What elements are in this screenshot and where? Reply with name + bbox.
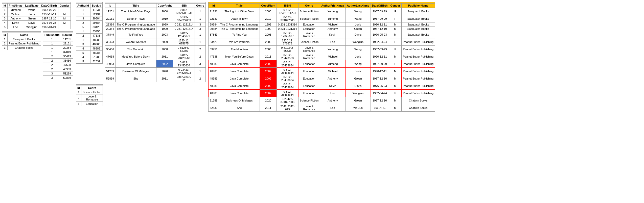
table-cell: 48983 <box>208 75 219 82</box>
table-cell: 1990-12-11 <box>371 68 389 75</box>
table-cell: 11231 <box>61 37 73 41</box>
table-cell: 3 <box>195 27 206 31</box>
table-cell: 1999 <box>156 22 173 27</box>
col-header: AuthorId <box>76 4 90 8</box>
table-cell: Yumeng <box>320 46 346 53</box>
table-cell: 2019 <box>156 15 173 22</box>
table-cell: Wongjun <box>346 38 371 46</box>
table-cell: 11231 <box>208 8 219 15</box>
table-cell: 33456 <box>90 29 102 34</box>
col-header: Genre <box>195 4 206 8</box>
table-cell: Kevin <box>320 31 346 38</box>
table-cell: 2 <box>43 67 61 71</box>
table-cell: Green <box>346 27 371 31</box>
table-cell: 2 <box>195 75 206 82</box>
books-middle-container: IdTitileCopyRightISBNGenre 11231The Ligh… <box>105 2 206 82</box>
table-cell: She <box>219 104 260 112</box>
table-cell: 48983 <box>208 90 219 97</box>
table-cell: 0-123- 374827603 <box>277 15 298 22</box>
table-cell: 29384 <box>61 46 73 50</box>
table-cell: Love & Romance <box>298 53 320 60</box>
table-cell: 1999 <box>156 27 173 31</box>
author-book-map-table: AuthorIdBookId 1112311221313293842293845… <box>76 2 103 64</box>
table-cell: Joris <box>346 53 371 60</box>
table-cell: 37849 <box>208 31 219 38</box>
table-cell: 2020 <box>156 68 173 75</box>
table-cell: Yumeng <box>320 60 346 68</box>
table-cell: 5 <box>76 59 90 64</box>
table-cell: Joris <box>346 22 371 27</box>
table-cell: Joris <box>346 68 371 75</box>
table-cell: 48983 <box>90 42 102 46</box>
table-cell: Lee <box>320 38 346 46</box>
table-cell: 1 <box>43 46 61 50</box>
col-header: Gender <box>389 4 402 8</box>
table-cell: 2011 <box>260 104 277 112</box>
table-cell: Lee <box>320 90 346 97</box>
table-cell: 1987-12-10 <box>371 97 389 104</box>
table-cell: 2011 <box>260 53 277 60</box>
table-cell: Java Complete <box>115 60 156 68</box>
table-cell: Science Fiction <box>81 90 103 94</box>
publisher-book-map-container: PublisherIdBookId 1112311221311293841378… <box>43 31 73 80</box>
table-cell: M <box>58 21 71 25</box>
table-cell: 0-812- 23423563 <box>173 53 195 60</box>
table-cell: Wang <box>346 46 371 53</box>
table-cell: 47638 <box>61 63 73 67</box>
col-header: Name <box>7 33 41 37</box>
table-cell: 1987-12-10 <box>371 27 389 31</box>
table-cell: The C Programming Language <box>115 22 156 27</box>
col-header: AuthorFristNmae <box>320 4 346 8</box>
table-cell: 22131 <box>105 15 116 22</box>
table-cell: 0-123- 374827603 <box>173 15 195 22</box>
table-cell: Education <box>298 22 320 27</box>
table-cell: 1 <box>76 12 90 16</box>
table-cell: F <box>58 25 71 29</box>
table-cell: 3 <box>195 60 206 68</box>
table-cell: 1962-04-24 <box>371 38 389 46</box>
table-cell: 0-812- 23453634 <box>173 60 195 68</box>
table-cell: Yumeng <box>320 8 346 15</box>
table-cell: Java Complete <box>219 90 260 97</box>
col-header: Id <box>2 4 8 8</box>
table-cell: 2 <box>76 34 90 38</box>
table-cell: 2000 <box>260 8 277 15</box>
publishers-table: IdName 1Sasquatch Books2Peanut Butter Pu… <box>2 31 41 50</box>
table-cell: Science Fiction <box>298 15 320 22</box>
table-cell: The Mountain <box>219 46 260 53</box>
table-cell: 2008 <box>260 46 277 53</box>
table-cell: Wang <box>346 8 371 15</box>
table-cell: Java Complete <box>219 75 260 82</box>
table-cell: 33423 <box>61 54 73 59</box>
table-cell: Peanut Butter Publishing <box>402 46 435 53</box>
table-cell: 2009 <box>260 38 277 46</box>
col-header: Genre <box>81 86 103 90</box>
col-header: ISBN <box>173 4 195 8</box>
genre-table-container: IdGenre 1Science Fiction2Love & Romance3… <box>76 84 103 106</box>
table-cell: Java Complete <box>219 82 260 90</box>
table-cell: Sasquatch Books <box>7 37 41 41</box>
table-cell: 0-812- 23453634 <box>277 75 298 82</box>
table-cell: 2002 <box>156 60 173 68</box>
table-cell: 29384 <box>90 16 102 21</box>
table-cell: 1 <box>76 8 90 12</box>
table-cell: M <box>389 82 402 90</box>
table-cell: 51289 <box>208 97 219 104</box>
table-cell: Green <box>346 97 371 104</box>
table-cell: We Are Warriors <box>115 38 156 46</box>
table-cell: Peanut Butter Publishing <box>402 53 435 60</box>
table-cell: 2 <box>43 59 61 63</box>
table-cell: 2002 <box>260 75 277 82</box>
col-header: Gender <box>58 4 71 8</box>
table-cell: F <box>389 60 402 68</box>
table-cell: Joris <box>24 12 40 16</box>
table-cell: 29384 <box>105 22 116 27</box>
table-cell: 1 <box>76 29 90 34</box>
table-cell: 48983 <box>208 68 219 75</box>
table-cell: 51289 <box>61 71 73 76</box>
table-cell: 0-812- 23453634 <box>277 90 298 97</box>
table-cell: 0-812- 12345677 <box>173 31 195 38</box>
left-section: IdFristNmaeLastNameDateOfBirthGender 1Yu… <box>2 2 73 80</box>
table-cell: 1987-12-10 <box>40 16 58 21</box>
publisher-book-map-table: PublisherIdBookId 1112311221311293841378… <box>43 31 73 80</box>
